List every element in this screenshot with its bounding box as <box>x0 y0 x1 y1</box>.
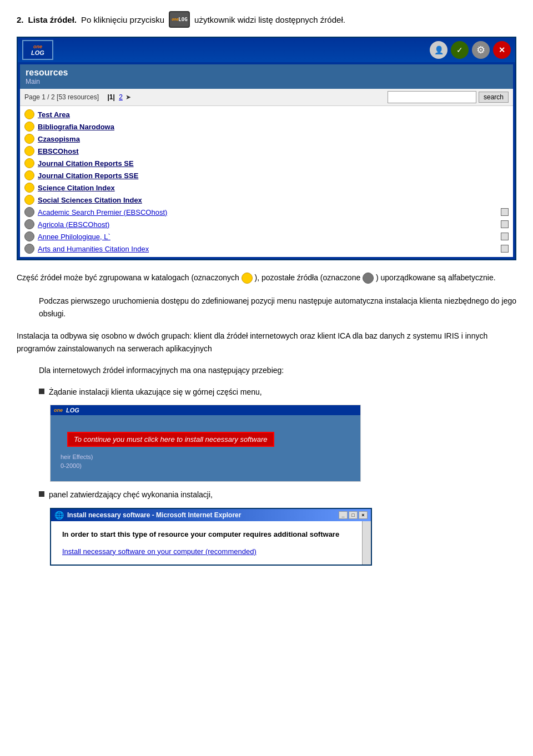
ie-icon: 🌐 <box>54 511 64 520</box>
resource-link[interactable]: Agricola (EBSCOhost) <box>38 220 109 229</box>
yellow-icon <box>24 158 34 168</box>
logo-top-text: one <box>33 44 42 49</box>
resource-link[interactable]: Annee Philologique, L` <box>38 233 110 241</box>
next-arrow[interactable]: ➤ <box>125 93 131 101</box>
gray-inline-icon <box>363 273 374 284</box>
user-button[interactable]: 👤 <box>430 41 447 59</box>
ie-titlebar-controls: _ □ × <box>339 511 368 519</box>
ss-logo-top: one <box>54 407 63 413</box>
gray-icon <box>24 207 34 217</box>
ie-maximize-button[interactable]: □ <box>349 511 358 519</box>
resource-link[interactable]: Bibliografia Narodowa <box>38 123 114 131</box>
browser-content: resources Main Page 1 / 2 [53 resources]… <box>20 64 513 257</box>
resource-link[interactable]: Academic Search Premier (EBSCOhost) <box>38 208 167 216</box>
list-item: Agricola (EBSCOhost) <box>20 218 513 230</box>
page-link-1[interactable]: |1| <box>107 93 114 101</box>
resource-checkbox[interactable] <box>501 208 509 216</box>
resource-list: Test Area Bibliografia Narodowa Czasopis… <box>20 106 513 257</box>
section-number: 2. <box>17 15 24 24</box>
resources-header: resources Main <box>20 64 513 89</box>
list-item: Arts and Humanities Citation Index <box>20 243 513 255</box>
list-item: EBSCOhost <box>20 145 513 157</box>
section-header: 2. Lista źródeł. Po kliknięciu przycisku… <box>17 11 516 28</box>
list-item: Annee Philologique, L` <box>20 230 513 243</box>
yellow-inline-icon <box>242 273 253 284</box>
para1-part2: ), pozostałe źródła (oznaczone <box>255 273 363 282</box>
bullet-square-icon <box>39 491 44 497</box>
list-item: Academic Search Premier (EBSCOhost) <box>20 206 513 218</box>
yellow-icon <box>24 146 34 156</box>
para2-text: Podczas pierwszego uruchomienia dostępu … <box>39 296 516 318</box>
resource-link[interactable]: Journal Citation Reports SSE <box>38 172 138 180</box>
resource-checkbox[interactable] <box>501 220 509 228</box>
para1-part3: ) uporządkowane są alfabetycznie. <box>376 273 496 282</box>
fork-button[interactable]: ⚙ <box>472 41 490 59</box>
list-item: Czasopisma <box>20 133 513 145</box>
install-notice-button[interactable]: To continue you must click here to insta… <box>67 432 274 447</box>
ie-title-text: Install necessary software - Microsoft I… <box>67 511 241 519</box>
search-area: search <box>388 91 509 103</box>
bullet-item-1: Żądanie instalacji klienta ukazujące się… <box>39 386 516 398</box>
list-item: Journal Citation Reports SSE <box>20 169 513 182</box>
para3-text: Instalacja ta odbywa się osobno w dwóch … <box>17 331 487 353</box>
green-button[interactable]: ✓ <box>451 41 469 59</box>
heading-text: Po kliknięciu przycisku <box>81 15 164 24</box>
body-para3: Instalacja ta odbywa się osobno w dwóch … <box>17 330 516 355</box>
ss-logo-bottom: LOG <box>66 407 79 414</box>
resource-link[interactable]: Arts and Humanities Citation Index <box>38 245 149 253</box>
ie-minimize-button[interactable]: _ <box>339 511 348 519</box>
bullet-list: Żądanie instalacji klienta ukazujące się… <box>39 386 516 398</box>
ss-content: To continue you must click here to insta… <box>51 415 360 481</box>
resource-checkbox[interactable] <box>501 245 509 253</box>
yellow-icon <box>24 109 34 119</box>
ie-install-anchor[interactable]: Install necessary software on your compu… <box>62 547 257 556</box>
screenshot-install-notice: one LOG To continue you must click here … <box>50 405 361 482</box>
para4-text: Dla internetowych źródeł informacyjnych … <box>39 366 284 375</box>
ss-footer-line1: heir Effects) <box>56 452 355 461</box>
resource-link[interactable]: Test Area <box>38 110 70 119</box>
ie-bold-message: In order to start this type of resource … <box>62 530 360 538</box>
resources-subtitle: Main <box>26 78 507 85</box>
yellow-icon <box>24 183 34 193</box>
resources-toolbar: Page 1 / 2 [53 resources] |1| 2 ➤ search <box>20 89 513 106</box>
resource-link[interactable]: Czasopisma <box>38 135 80 143</box>
ie-body: In order to start this type of resource … <box>51 521 371 565</box>
resource-link[interactable]: Science Citation Index <box>38 184 115 192</box>
bullet2-text: panel zatwierdzający chęć wykonania inst… <box>49 488 213 501</box>
ie-close-button[interactable]: × <box>359 511 368 519</box>
ie-title-left: 🌐 Install necessary software - Microsoft… <box>54 511 241 520</box>
logo-bottom-text: LOG <box>31 49 44 56</box>
resource-link[interactable]: Social Sciences Citation Index <box>38 196 142 204</box>
bullet-list-2: panel zatwierdzający chęć wykonania inst… <box>39 488 516 501</box>
ss-footer-line2: 0-2000) <box>56 461 355 470</box>
gray-icon <box>24 219 34 229</box>
yellow-icon <box>24 134 34 144</box>
browser-controls: 👤 ✓ ⚙ ✕ <box>430 41 511 59</box>
heading-prefix: Lista źródeł. <box>28 15 77 24</box>
heading-suffix: użytkownik widzi listę dostępnych źródeł… <box>194 15 345 24</box>
list-item: Bibliografia Narodowa <box>20 120 513 133</box>
resources-title: resources <box>26 68 507 78</box>
body-para1: Część źródeł może być zgrupowana w katal… <box>17 271 516 284</box>
bullet1-text: Żądanie instalacji klienta ukazujące się… <box>49 386 262 398</box>
bullet-square-icon <box>39 389 44 394</box>
search-input[interactable] <box>388 91 476 103</box>
ie-install-link[interactable]: Install necessary software on your compu… <box>62 547 360 556</box>
resource-link-jcr-se[interactable]: Journal Citation Reports SE <box>38 159 134 168</box>
body-para4: Dla internetowych źródeł informacyjnych … <box>39 364 516 377</box>
list-item: Science Citation Index <box>20 182 513 194</box>
log-button-icon[interactable]: one LOG <box>169 11 190 28</box>
yellow-icon <box>24 195 34 205</box>
resource-checkbox[interactable] <box>501 233 509 240</box>
search-button[interactable]: search <box>479 92 509 103</box>
browser-logo: one LOG <box>22 40 53 60</box>
page-link-2[interactable]: 2 <box>119 93 123 101</box>
list-item: Test Area <box>20 108 513 120</box>
browser-titlebar: one LOG 👤 ✓ ⚙ ✕ <box>18 38 515 62</box>
yellow-icon <box>24 122 34 132</box>
close-button[interactable]: ✕ <box>493 41 511 59</box>
ie-scrollbar[interactable] <box>362 521 371 565</box>
resource-link[interactable]: EBSCOhost <box>38 147 79 155</box>
ie-titlebar: 🌐 Install necessary software - Microsoft… <box>51 509 371 521</box>
pagination-info: Page 1 / 2 [53 resources] <box>24 93 99 101</box>
